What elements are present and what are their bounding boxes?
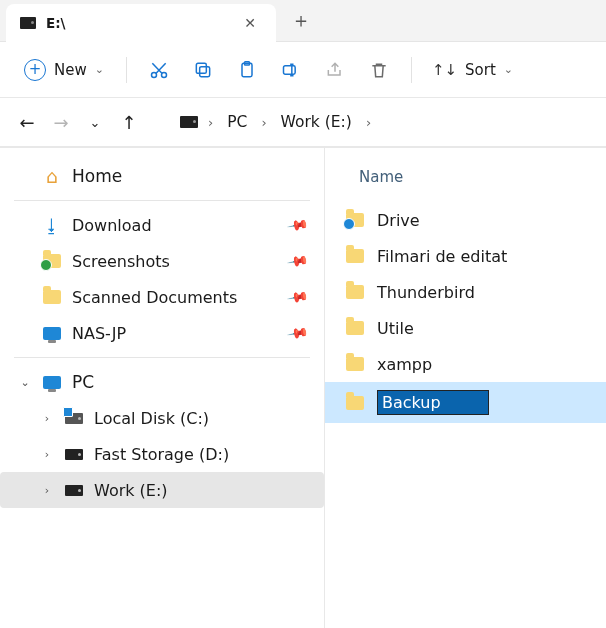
- separator: [14, 357, 310, 358]
- sidebar-item-drive-e[interactable]: › Work (E:): [0, 472, 324, 508]
- share-button[interactable]: [315, 50, 355, 90]
- toolbar: + New ⌄ ↑: [0, 42, 606, 98]
- svg-point-0: [151, 72, 156, 77]
- tab-bar: E:\ ✕ ＋: [0, 0, 606, 42]
- rename-input[interactable]: [378, 391, 488, 414]
- file-name: Utile: [377, 319, 414, 338]
- sidebar-item-label: Download: [72, 216, 279, 235]
- download-icon: ⭳: [42, 215, 62, 235]
- recent-locations-button[interactable]: ⌄: [82, 107, 108, 137]
- list-item[interactable]: Utile: [325, 310, 606, 346]
- drive-icon: [65, 449, 83, 460]
- rename-button[interactable]: [271, 50, 311, 90]
- sidebar-item-label: Scanned Documents: [72, 288, 279, 307]
- sidebar-item-label: Work (E:): [94, 481, 310, 500]
- rename-box: [377, 390, 489, 415]
- new-button-label: New: [54, 61, 87, 79]
- sidebar-item-scanned-documents[interactable]: Scanned Documents 📌: [0, 279, 324, 315]
- sidebar-item-label: PC: [72, 372, 310, 392]
- copy-button[interactable]: [183, 50, 223, 90]
- monitor-icon: [43, 327, 61, 340]
- pin-icon: 📌: [286, 322, 309, 345]
- folder-icon: [346, 249, 364, 263]
- breadcrumb-pc[interactable]: PC: [223, 109, 251, 135]
- tab-close-button[interactable]: ✕: [238, 11, 262, 35]
- delete-button[interactable]: [359, 50, 399, 90]
- sidebar-item-pc[interactable]: ⌄ PC: [0, 364, 324, 400]
- expand-icon[interactable]: ›: [40, 484, 54, 497]
- folder-icon: [43, 290, 61, 304]
- sidebar-item-home[interactable]: ⌂ Home: [0, 158, 324, 194]
- expand-icon[interactable]: ›: [40, 412, 54, 425]
- pin-icon: 📌: [286, 286, 309, 309]
- separator: [126, 57, 127, 83]
- file-name: Drive: [377, 211, 420, 230]
- drive-icon: [20, 17, 36, 29]
- tab-title: E:\: [46, 15, 66, 31]
- address-bar: ← → ⌄ ↑ › PC › Work (E:) ›: [0, 98, 606, 148]
- breadcrumb-drive[interactable]: Work (E:): [277, 109, 356, 135]
- file-name: Thunderbird: [377, 283, 475, 302]
- sidebar-item-label: Screenshots: [72, 252, 279, 271]
- separator: [14, 200, 310, 201]
- folder-icon: [346, 396, 364, 410]
- sidebar-item-label: Home: [72, 166, 310, 186]
- file-name: Filmari de editat: [377, 247, 507, 266]
- sidebar-item-label: NAS-JP: [72, 324, 279, 343]
- drive-icon: [180, 116, 198, 128]
- file-list: Name Drive Filmari de editat Thunderbird…: [325, 148, 606, 628]
- tab-current[interactable]: E:\ ✕: [6, 4, 276, 42]
- back-button[interactable]: ←: [14, 107, 40, 137]
- column-header-name[interactable]: Name: [325, 158, 606, 202]
- pin-icon: 📌: [286, 250, 309, 273]
- folder-icon: [346, 357, 364, 371]
- pin-icon: 📌: [286, 214, 309, 237]
- chevron-right-icon: ›: [261, 115, 266, 130]
- sidebar-item-drive-c[interactable]: › Local Disk (C:): [0, 400, 324, 436]
- sidebar-item-download[interactable]: ⭳ Download 📌: [0, 207, 324, 243]
- cut-button[interactable]: [139, 50, 179, 90]
- up-button[interactable]: ↑: [116, 107, 142, 137]
- list-item[interactable]: xampp: [325, 346, 606, 382]
- folder-icon: [346, 285, 364, 299]
- file-name: xampp: [377, 355, 432, 374]
- list-item[interactable]: Filmari de editat: [325, 238, 606, 274]
- sidebar-item-label: Fast Storage (D:): [94, 445, 310, 464]
- list-item[interactable]: Thunderbird: [325, 274, 606, 310]
- chevron-down-icon: ⌄: [504, 63, 513, 76]
- list-item[interactable]: Drive: [325, 202, 606, 238]
- svg-rect-2: [200, 66, 210, 76]
- list-item-renaming[interactable]: [325, 382, 606, 423]
- sort-button[interactable]: ↑↓ Sort ⌄: [424, 55, 521, 85]
- folder-icon: [346, 321, 364, 335]
- plus-icon: +: [24, 59, 46, 81]
- sidebar-item-nas[interactable]: NAS-JP 📌: [0, 315, 324, 351]
- navigation-pane: ⌂ Home ⭳ Download 📌 Screenshots 📌 Scanne…: [0, 148, 325, 628]
- folder-icon: [346, 213, 364, 227]
- svg-rect-6: [283, 65, 295, 73]
- sort-label: Sort: [465, 61, 496, 79]
- drive-icon: [65, 413, 83, 424]
- drive-icon: [65, 485, 83, 496]
- new-button[interactable]: + New ⌄: [14, 53, 114, 87]
- breadcrumb: › PC › Work (E:) ›: [180, 109, 371, 135]
- separator: [411, 57, 412, 83]
- paste-button[interactable]: [227, 50, 267, 90]
- forward-button[interactable]: →: [48, 107, 74, 137]
- chevron-right-icon: ›: [366, 115, 371, 130]
- chevron-down-icon: ⌄: [95, 63, 104, 76]
- svg-point-1: [161, 72, 166, 77]
- new-tab-button[interactable]: ＋: [284, 4, 318, 38]
- expand-icon[interactable]: ›: [40, 448, 54, 461]
- home-icon: ⌂: [42, 166, 62, 186]
- sort-icon: ↑↓: [432, 61, 457, 79]
- svg-rect-3: [196, 63, 206, 73]
- folder-icon: [43, 254, 61, 268]
- sidebar-item-drive-d[interactable]: › Fast Storage (D:): [0, 436, 324, 472]
- sidebar-item-label: Local Disk (C:): [94, 409, 310, 428]
- collapse-icon[interactable]: ⌄: [18, 376, 32, 389]
- pc-icon: [43, 376, 61, 389]
- sidebar-item-screenshots[interactable]: Screenshots 📌: [0, 243, 324, 279]
- chevron-right-icon: ›: [208, 115, 213, 130]
